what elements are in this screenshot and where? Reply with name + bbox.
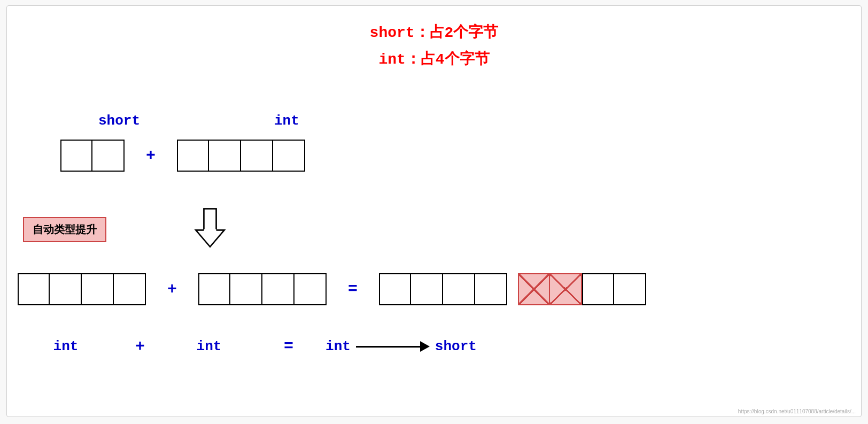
watermark: https://blog.csdn.net/u011107088/article… [738, 408, 856, 414]
arrow-line [356, 346, 420, 348]
ib-cell-1 [198, 273, 230, 305]
plus-sign-bottom: + [167, 280, 177, 298]
ib-cell-4 [294, 273, 327, 305]
bottom-int3: int [326, 338, 351, 354]
promoted-short-boxes [18, 273, 146, 305]
bottom-short: short [435, 338, 477, 354]
ps-cell-1 [18, 273, 50, 305]
boxes-row2: + = [18, 273, 646, 305]
bottom-int2: int [166, 338, 252, 354]
remaining-boxes [582, 273, 646, 305]
int-label: int：占4个字节 [7, 49, 861, 69]
bottom-equals: = [284, 337, 293, 356]
auto-type-label: 自动类型提升 [23, 217, 106, 242]
short-boxes-top [60, 140, 125, 172]
bottom-int1: int [18, 338, 114, 354]
ri-cell-2 [411, 273, 443, 305]
arrow-head [420, 341, 430, 352]
ib-cell-2 [230, 273, 262, 305]
result-int-boxes [379, 273, 507, 305]
overflow-red-boxes [518, 273, 582, 305]
bottom-plus: + [135, 337, 145, 356]
main-container: short：占2个字节 int：占4个字节 short int + [6, 5, 862, 417]
int-cell-3 [241, 140, 273, 172]
ps-cell-4 [114, 273, 146, 305]
short-cell-1 [60, 140, 92, 172]
short-type-label: short [71, 113, 167, 129]
rem-cell-1 [582, 273, 614, 305]
int-boxes-bottom [198, 273, 327, 305]
diagram-area: short int + 自动类型提升 [7, 113, 861, 417]
ri-cell-3 [443, 273, 475, 305]
ps-cell-3 [82, 273, 114, 305]
svg-rect-0 [204, 209, 216, 230]
int-cell-4 [273, 140, 305, 172]
short-cell-2 [92, 140, 125, 172]
int-boxes-top [177, 140, 305, 172]
svg-marker-1 [196, 230, 224, 246]
plus-sign-top: + [146, 147, 156, 165]
rem-cell-2 [614, 273, 646, 305]
equals-sign-bottom: = [348, 280, 358, 298]
bottom-text-row: int + int = int short [18, 337, 477, 356]
ib-cell-3 [262, 273, 294, 305]
ps-cell-2 [50, 273, 82, 305]
arrow-right [356, 341, 430, 352]
red-cell-1 [518, 273, 550, 305]
boxes-row1: + [60, 140, 305, 172]
top-labels: short：占2个字节 int：占4个字节 [7, 6, 861, 69]
type-labels-row: short int [60, 113, 808, 129]
red-cell-2 [550, 273, 582, 305]
int-cell-1 [177, 140, 209, 172]
down-arrow [191, 206, 229, 252]
int-cell-2 [209, 140, 241, 172]
ri-cell-4 [475, 273, 507, 305]
int-type-label: int [274, 113, 299, 129]
ri-cell-1 [379, 273, 411, 305]
short-label: short：占2个字节 [7, 22, 861, 42]
